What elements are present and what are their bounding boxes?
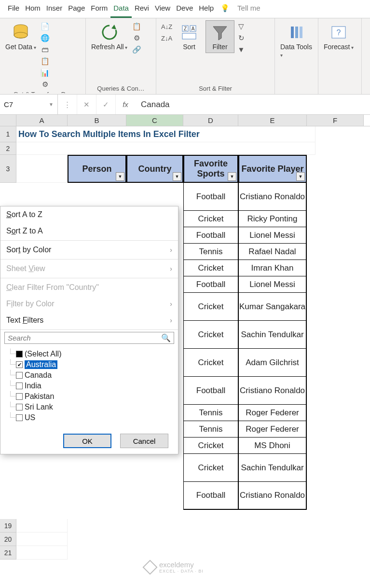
row-header[interactable]: 19 xyxy=(0,519,16,533)
checkbox[interactable] xyxy=(16,361,23,368)
filter-dropdown-icon[interactable]: ▼ xyxy=(228,172,236,181)
filter-value-item[interactable]: Sri Lank xyxy=(7,402,171,412)
filter-value-item[interactable]: Australia xyxy=(7,359,171,370)
cell-player[interactable]: Sachin Tendulkar xyxy=(238,321,307,349)
row-header[interactable]: 3 xyxy=(0,155,16,183)
cell-sport[interactable]: Cricket xyxy=(183,211,238,227)
get-data-small-icons[interactable]: 📄🌐🗃📋📊⚙ xyxy=(41,20,50,90)
cell-sport[interactable]: Cricket xyxy=(183,349,238,377)
cell-player[interactable]: Rafael Nadal xyxy=(238,244,307,260)
data-tools-button[interactable]: Data Tools xyxy=(278,20,315,61)
cell-sport[interactable]: Cricket xyxy=(183,438,238,454)
checkbox[interactable] xyxy=(16,372,23,379)
cell-sport[interactable]: Tennis xyxy=(183,421,238,438)
filter-menu-item[interactable]: Sort by Color› xyxy=(0,242,178,258)
sort-button[interactable]: ZA Sort xyxy=(175,20,204,53)
tab-file[interactable]: File xyxy=(5,0,22,18)
select-all-corner[interactable] xyxy=(0,115,16,126)
tab-page[interactable]: Page xyxy=(65,0,88,18)
tell-me[interactable]: Tell me xyxy=(233,0,264,18)
cell-player[interactable]: Imran Khan xyxy=(238,260,307,276)
cell-sport[interactable]: Football xyxy=(183,377,238,405)
row-header[interactable]: 21 xyxy=(0,546,16,560)
cell-player[interactable]: Roger Federer xyxy=(238,405,307,421)
cell-player[interactable]: Cristiano Ronaldo xyxy=(238,183,307,211)
checkbox[interactable] xyxy=(16,414,23,421)
fx-label[interactable]: fx xyxy=(116,95,135,114)
cell-player[interactable]: Cristiano Ronaldo xyxy=(238,482,307,510)
col-header-E[interactable]: E xyxy=(238,115,307,126)
filter-menu-item[interactable]: Sort A to Z xyxy=(0,206,178,223)
col-header-D[interactable]: D xyxy=(183,115,238,126)
cell-player[interactable]: Cristiano Ronaldo xyxy=(238,377,307,405)
lightbulb-icon[interactable]: 💡 xyxy=(217,0,233,18)
accept-formula-button[interactable]: ✓ xyxy=(96,95,116,114)
formula-value[interactable]: Canada xyxy=(135,95,370,114)
cell-player[interactable]: MS Dhoni xyxy=(238,438,307,454)
filter-small-icons[interactable]: ▽↻▼ xyxy=(236,20,246,55)
get-data-button[interactable]: Get Data xyxy=(3,20,39,53)
cell-sport[interactable]: Cricket xyxy=(183,321,238,349)
checkbox[interactable] xyxy=(16,393,23,400)
col-header-A[interactable]: A xyxy=(16,115,68,126)
ok-button[interactable]: OK xyxy=(63,434,111,448)
filter-dropdown-icon[interactable]: ▼ xyxy=(116,172,124,181)
col-header-C[interactable]: C xyxy=(126,115,183,126)
filter-value-item[interactable]: Canada xyxy=(7,370,171,381)
filter-menu-item[interactable]: Sort Z to A xyxy=(0,223,178,239)
title-cell[interactable]: How To Search Multiple Items In Excel Fi… xyxy=(16,126,315,142)
sort-az-icons[interactable]: A↓ZZ↓A xyxy=(159,20,173,47)
cancel-button[interactable]: Cancel xyxy=(120,434,168,448)
filter-dropdown-icon[interactable]: ▼ xyxy=(173,172,181,181)
tab-inser[interactable]: Inser xyxy=(43,0,65,18)
filter-search-input[interactable] xyxy=(8,334,161,342)
cell-player[interactable]: Lionel Messi xyxy=(238,227,307,244)
cell-sport[interactable]: Cricket xyxy=(183,293,238,321)
row-header[interactable]: 1 xyxy=(0,126,16,142)
col-header-B[interactable]: B xyxy=(68,115,126,126)
filter-value-item[interactable]: US xyxy=(7,412,171,423)
forecast-button[interactable]: ? Forecast xyxy=(321,20,356,53)
filter-value-item[interactable]: Pakistan xyxy=(7,391,171,402)
checkbox[interactable] xyxy=(16,351,23,357)
cell-player[interactable]: Sachin Tendulkar xyxy=(238,454,307,482)
cell-player[interactable]: Lionel Messi xyxy=(238,276,307,293)
col-header-F[interactable]: F xyxy=(307,115,364,126)
header-sports[interactable]: Favorite Sports ▼ xyxy=(183,155,238,183)
cell-player[interactable]: Ricky Ponting xyxy=(238,211,307,227)
filter-value-item[interactable]: (Select All) xyxy=(7,349,171,359)
tab-deve[interactable]: Deve xyxy=(173,0,196,18)
cell-sport[interactable]: Football xyxy=(183,227,238,244)
cell-player[interactable]: Roger Federer xyxy=(238,421,307,438)
cell-sport[interactable]: Tennis xyxy=(183,405,238,421)
cell-sport[interactable]: Football xyxy=(183,183,238,211)
header-person[interactable]: Person ▼ xyxy=(68,155,126,183)
cell-sport[interactable]: Football xyxy=(183,482,238,510)
name-box[interactable]: C7▼ xyxy=(0,95,58,114)
cell-sport[interactable]: Football xyxy=(183,276,238,293)
refresh-all-button[interactable]: Refresh All xyxy=(89,20,130,53)
tab-hom[interactable]: Hom xyxy=(22,0,43,18)
cell-sport[interactable]: Cricket xyxy=(183,260,238,276)
cell-sport[interactable]: Tennis xyxy=(183,244,238,260)
cell-player[interactable]: Adam Gilchrist xyxy=(238,349,307,377)
checkbox[interactable] xyxy=(16,383,23,389)
header-country[interactable]: Country ▼ xyxy=(126,155,183,183)
cell-player[interactable]: Kumar Sangakara xyxy=(238,293,307,321)
tab-form[interactable]: Form xyxy=(88,0,110,18)
filter-dropdown-icon[interactable]: ▼ xyxy=(296,172,305,181)
tab-view[interactable]: View xyxy=(152,0,173,18)
tab-data[interactable]: Data xyxy=(110,0,132,18)
header-player[interactable]: Favorite Player ▼ xyxy=(238,155,307,183)
queries-small-icons[interactable]: 📋⚙🔗 xyxy=(132,20,141,55)
filter-button[interactable]: Filter xyxy=(206,20,234,53)
filter-search-box[interactable]: 🔍 xyxy=(4,332,174,344)
filter-value-item[interactable]: India xyxy=(7,381,171,391)
tab-revi[interactable]: Revi xyxy=(132,0,152,18)
filter-menu-item[interactable]: Text Filters› xyxy=(0,312,178,328)
tab-help[interactable]: Help xyxy=(196,0,217,18)
row-header[interactable]: 2 xyxy=(0,142,16,155)
checkbox[interactable] xyxy=(16,404,23,410)
cell-sport[interactable]: Cricket xyxy=(183,454,238,482)
cancel-formula-button[interactable]: ✕ xyxy=(77,95,96,114)
